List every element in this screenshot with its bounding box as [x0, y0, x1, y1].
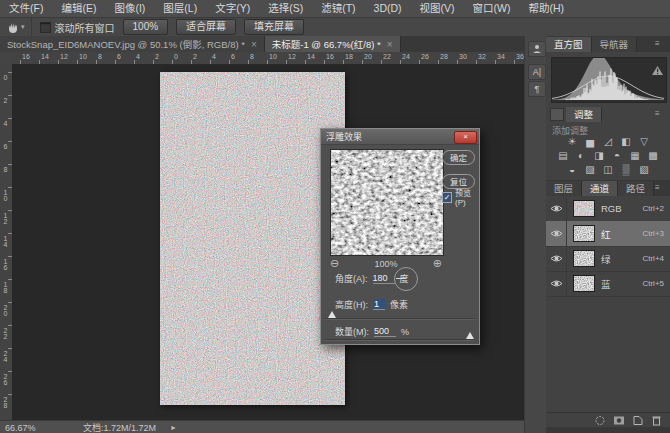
gradient-map-adjustment-icon[interactable]: ▒: [620, 163, 633, 176]
zoom-out-icon[interactable]: ⊖: [330, 258, 339, 269]
save-selection-as-channel-icon[interactable]: [613, 415, 625, 426]
zoom-in-icon[interactable]: ⊕: [433, 258, 442, 269]
ok-button[interactable]: 确定: [442, 150, 475, 165]
new-channel-icon[interactable]: [632, 415, 644, 426]
channels-panel-menu-icon[interactable]: ≡: [655, 184, 666, 192]
menu-item-3[interactable]: 图像(I): [105, 0, 154, 17]
ruler-number: 14: [2, 235, 9, 247]
channel-thumbnail[interactable]: [573, 250, 595, 267]
menu-item-10[interactable]: 窗口(W): [464, 0, 520, 17]
preview-checkbox[interactable]: ✓: [442, 192, 452, 203]
menu-item-2[interactable]: 编辑(E): [52, 0, 105, 17]
levels-adjustment-icon[interactable]: ▅: [584, 135, 597, 148]
document-tab-bar: StockSnap_EID6MANOEV.jpg @ 50.1% (倒影, RG…: [0, 36, 524, 52]
ruler-number: 10: [269, 53, 277, 60]
status-zoom-field[interactable]: 66.67%: [0, 423, 65, 433]
menu-item-9[interactable]: 视图(V): [411, 0, 464, 17]
paragraph-panel-icon[interactable]: ¶: [528, 81, 546, 97]
channel-thumbnail[interactable]: [573, 225, 595, 242]
menu-item-5[interactable]: 文字(Y): [206, 0, 259, 17]
scroll-all-windows-checkbox[interactable]: [40, 22, 51, 33]
adjustments-panel-icon[interactable]: [550, 108, 564, 121]
height-slider-track[interactable]: [325, 318, 475, 320]
fit-screen-button[interactable]: 适合屏幕: [176, 19, 236, 35]
brightness-contrast-adjustment-icon[interactable]: ☀: [566, 135, 579, 148]
channel-row-绿[interactable]: 绿Ctrl+4: [546, 246, 670, 272]
threshold-adjustment-icon[interactable]: ◫: [602, 163, 615, 176]
tab-layers[interactable]: 图层: [546, 181, 582, 196]
dialog-close-button[interactable]: ×: [454, 131, 477, 144]
channel-thumbnail[interactable]: [573, 200, 595, 217]
tab-paths[interactable]: 路径: [618, 181, 654, 196]
ruler-number: 2: [193, 53, 197, 60]
menu-item-6[interactable]: 选择(S): [259, 0, 312, 17]
person-panel-icon[interactable]: [528, 41, 546, 57]
photo-filter-adjustment-icon[interactable]: ◓: [611, 149, 624, 162]
channel-mixer-adjustment-icon[interactable]: ▦: [629, 149, 642, 162]
tab-channels[interactable]: 通道: [582, 181, 618, 196]
preview-option[interactable]: ✓ 预览(P): [442, 187, 479, 207]
adjustments-panel-menu-icon[interactable]: ≡: [655, 110, 666, 118]
tool-preset-caret-icon: ▾: [21, 23, 25, 31]
menu-item-7[interactable]: 滤镜(T): [312, 0, 364, 17]
tab-navigator[interactable]: 导航器: [592, 37, 638, 52]
tab-close-icon[interactable]: ×: [251, 39, 257, 50]
channel-row-蓝[interactable]: 蓝Ctrl+5: [546, 271, 670, 297]
tab-adjustments[interactable]: 调整: [566, 107, 602, 122]
tool-preset-well[interactable]: ▾: [0, 18, 32, 36]
menu-item-4[interactable]: 图层(L): [154, 0, 206, 17]
ruler-number: 4: [2, 120, 9, 126]
height-slider-thumb[interactable]: [328, 311, 336, 318]
menu-item-8[interactable]: 3D(D): [365, 0, 411, 17]
ruler-number: 36: [516, 53, 524, 60]
fill-screen-button[interactable]: 填充屏幕: [244, 19, 304, 35]
black-white-adjustment-icon[interactable]: ◨: [593, 149, 606, 162]
height-input[interactable]: 1: [373, 299, 385, 310]
channel-thumbnail[interactable]: [573, 275, 595, 292]
amount-input[interactable]: 500: [374, 326, 396, 337]
invert-adjustment-icon[interactable]: ◒: [566, 163, 579, 176]
channel-row-RGB[interactable]: RGBCtrl+2: [546, 196, 670, 222]
channel-name: 蓝: [601, 277, 642, 291]
visibility-eye-icon[interactable]: [546, 196, 567, 221]
amount-slider-thumb[interactable]: [466, 332, 474, 339]
dock-bottom-strip: [546, 427, 670, 433]
color-balance-adjustment-icon[interactable]: ◐: [575, 149, 588, 162]
angle-dial[interactable]: [394, 267, 418, 291]
menu-item-11[interactable]: 帮助(H): [520, 0, 574, 17]
visibility-eye-icon[interactable]: [546, 221, 567, 246]
document-tab-2[interactable]: 未标题-1 @ 66.7%(红/8) *×: [265, 36, 401, 52]
selective-color-adjustment-icon[interactable]: ▧: [638, 163, 651, 176]
zoom-100-button[interactable]: 100%: [123, 19, 169, 35]
hue-saturation-adjustment-icon[interactable]: ▤: [557, 149, 570, 162]
hand-tool-icon: [6, 21, 19, 34]
filter-preview[interactable]: [330, 149, 444, 256]
load-channel-selection-icon[interactable]: [594, 415, 606, 426]
document-image[interactable]: [160, 72, 345, 405]
posterize-adjustment-icon[interactable]: ▨: [584, 163, 597, 176]
histogram-warning-icon[interactable]: [652, 61, 663, 79]
ruler-number: 20: [364, 53, 372, 60]
tab-close-icon[interactable]: ×: [387, 39, 393, 50]
amount-unit: %: [401, 327, 409, 337]
panel-menu-icon[interactable]: ≡: [655, 40, 666, 48]
vibrance-adjustment-icon[interactable]: ▽: [638, 135, 651, 148]
document-tab-1[interactable]: StockSnap_EID6MANOEV.jpg @ 50.1% (倒影, RG…: [0, 36, 265, 52]
delete-channel-icon[interactable]: [651, 415, 662, 426]
channel-row-红[interactable]: 红Ctrl+3: [546, 221, 670, 247]
curves-adjustment-icon[interactable]: ◿: [602, 135, 615, 148]
exposure-adjustment-icon[interactable]: ◧: [620, 135, 633, 148]
channels-footer-bar: [546, 412, 670, 427]
menu-item-1[interactable]: 文件(F): [0, 0, 52, 17]
amount-slider-track[interactable]: [325, 339, 475, 341]
channel-shortcut: Ctrl+5: [642, 279, 670, 288]
ruler-number: 28: [2, 396, 9, 408]
angle-input[interactable]: 180: [373, 273, 395, 284]
scroll-all-windows-option[interactable]: 滚动所有窗口: [40, 20, 115, 35]
color-lookup-adjustment-icon[interactable]: ▩: [647, 149, 660, 162]
character-panel-icon[interactable]: A|: [528, 64, 546, 80]
visibility-eye-icon[interactable]: [546, 246, 567, 271]
visibility-eye-icon[interactable]: [546, 271, 567, 296]
status-popup-arrow-icon[interactable]: ►: [156, 424, 177, 431]
tab-histogram[interactable]: 直方图: [546, 37, 592, 52]
